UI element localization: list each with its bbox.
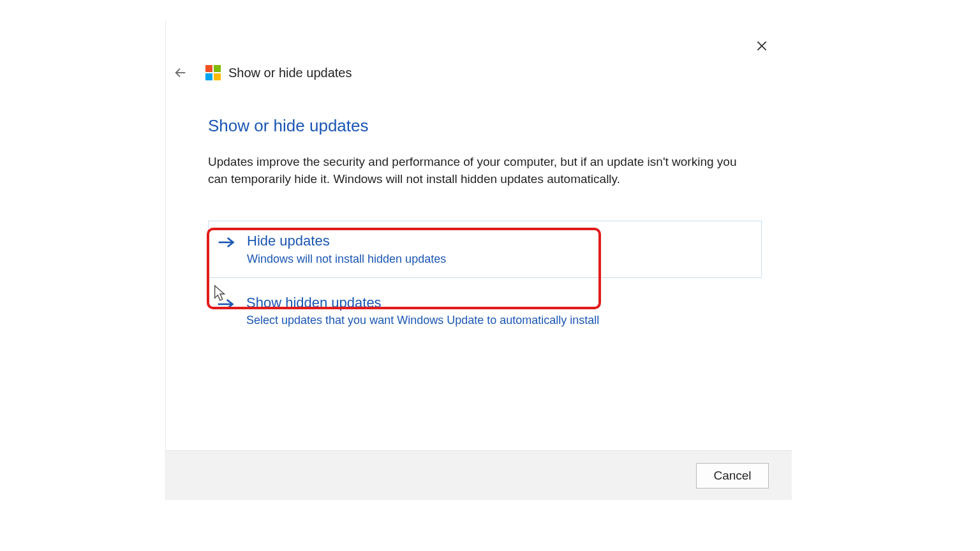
arrow-right-icon	[217, 297, 235, 314]
dialog-title: Show or hide updates	[228, 66, 352, 80]
dialog-header: Show or hide updates	[171, 63, 352, 82]
cancel-button[interactable]: Cancel	[696, 463, 769, 489]
option-title: Hide updates	[247, 233, 446, 249]
option-hide-updates[interactable]: Hide updates Windows will not install hi…	[209, 221, 761, 277]
option-show-hidden-updates[interactable]: Show hidden updates Select updates that …	[208, 283, 763, 339]
option-subtitle: Windows will not install hidden updates	[247, 253, 446, 266]
page-heading: Show or hide updates	[208, 116, 763, 136]
back-button[interactable]	[171, 63, 190, 82]
option-title: Show hidden updates	[246, 295, 599, 311]
close-icon	[755, 40, 768, 52]
close-button[interactable]	[748, 32, 776, 60]
troubleshooter-dialog: Show or hide updates Show or hide update…	[165, 20, 792, 500]
dialog-footer: Cancel	[166, 450, 792, 500]
windows-logo-icon	[205, 65, 221, 80]
page-description: Updates improve the security and perform…	[208, 154, 757, 187]
back-arrow-icon	[174, 66, 188, 80]
dialog-content: Show or hide updates Updates improve the…	[208, 116, 763, 339]
option-subtitle: Select updates that you want Windows Upd…	[246, 314, 599, 327]
arrow-right-icon	[218, 235, 235, 252]
options-panel: Hide updates Windows will not install hi…	[208, 221, 762, 277]
